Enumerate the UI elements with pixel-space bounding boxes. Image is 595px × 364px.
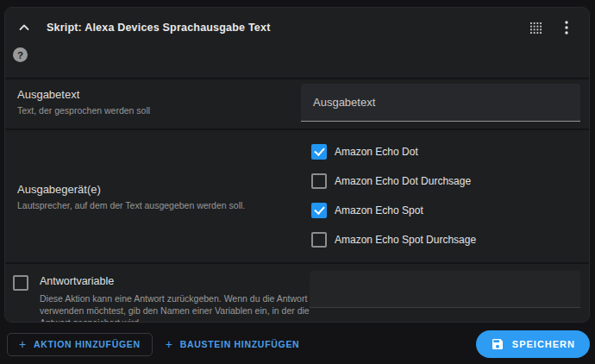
script-editor-screen: Skript: Alexa Devices Sprachausgabe Text [0, 0, 595, 364]
antwortvariable-field-wrap [310, 264, 580, 322]
save-button[interactable]: SPEICHERN [476, 330, 590, 358]
add-module-button[interactable]: + BAUSTEIN HINZUFÜGEN [155, 333, 310, 356]
drag-grid-button[interactable] [525, 17, 546, 38]
device-option-echo-spot-durchsage[interactable]: Amazon Echo Spot Durchsage [311, 232, 580, 248]
device-option-echo-spot[interactable]: Amazon Echo Spot [311, 203, 580, 218]
row-ausgabetext: Ausgabetext Text, der gesprochen werden … [5, 78, 589, 129]
checkbox-label: Amazon Echo Spot [335, 204, 423, 217]
ausgabetext-textfield [301, 84, 580, 122]
device-option-echo-dot[interactable]: Amazon Echo Dot [311, 144, 580, 160]
checkbox-label: Amazon Echo Spot Durchsage [335, 234, 476, 246]
add-action-label: AKTION HINZUFÜGEN [34, 339, 141, 349]
header-icons [525, 17, 577, 38]
card-title: Skript: Alexa Devices Sprachausgabe Text [47, 22, 271, 34]
checkbox-label: Amazon Echo Dot Durchsage [335, 175, 471, 187]
add-module-label: BAUSTEIN HINZUFÜGEN [180, 339, 300, 349]
checkbox-label: Amazon Echo Dot [335, 146, 418, 158]
chevron-up-icon [18, 22, 30, 34]
script-card: Skript: Alexa Devices Sprachausgabe Text [4, 7, 590, 323]
save-floppy-icon [491, 337, 504, 351]
plus-icon: + [166, 337, 173, 351]
add-action-button[interactable]: + AKTION HINZUFÜGEN [7, 333, 153, 356]
ausgabetext-description: Text, der gesprochen werden soll [17, 105, 301, 116]
footer-actions: + AKTION HINZUFÜGEN + BAUSTEIN HINZUFÜGE… [7, 330, 590, 358]
checkbox-echo-dot[interactable] [311, 144, 327, 160]
ausgabetext-label: Ausgabetext [17, 88, 301, 101]
drag-grid-icon [530, 22, 542, 34]
plus-icon: + [19, 337, 27, 351]
row-antwortvariable: Antwortvariable Diese Aktion kann eine A… [5, 262, 589, 322]
checkbox-antwortvariable[interactable] [13, 275, 28, 291]
antwortvariable-texts: Antwortvariable Diese Aktion kann eine A… [40, 275, 310, 322]
collapse-button[interactable] [14, 17, 34, 38]
ausgabetext-labels: Ausgabetext Text, der gesprochen werden … [5, 79, 301, 129]
kebab-menu-icon [565, 21, 568, 35]
card-header: Skript: Alexa Devices Sprachausgabe Text [5, 8, 589, 39]
ausgabetext-field-wrap [301, 79, 580, 129]
overflow-menu-button[interactable] [556, 17, 577, 38]
row-ausgabegeraete: Ausgabegerät(e) Lautsprecher, auf dem de… [5, 129, 589, 262]
ausgabegeraete-labels: Ausgabegerät(e) Lautsprecher, auf dem de… [5, 130, 301, 262]
antwortvariable-input-disabled [310, 271, 580, 308]
ausgabetext-input[interactable] [301, 84, 580, 121]
save-label: SPEICHERN [512, 339, 575, 349]
antwortvariable-description: Diese Aktion kann eine Antwort zurückgeb… [40, 292, 310, 323]
checkbox-echo-spot[interactable] [311, 203, 327, 218]
ausgabegeraete-label: Ausgabegerät(e) [17, 183, 301, 196]
device-option-echo-dot-durchsage[interactable]: Amazon Echo Dot Durchsage [311, 173, 580, 189]
device-checkbox-list: Amazon Echo Dot Amazon Echo Dot Durchsag… [301, 130, 580, 262]
antwortvariable-left: Antwortvariable Diese Aktion kann eine A… [5, 264, 310, 322]
checkbox-echo-spot-durchsage[interactable] [311, 232, 327, 248]
help-icon[interactable]: ? [13, 47, 28, 62]
ausgabegeraete-description: Lautsprecher, auf dem der Text ausgegebe… [17, 200, 301, 210]
help-row: ? [5, 39, 589, 78]
antwortvariable-label: Antwortvariable [40, 275, 310, 287]
checkbox-echo-dot-durchsage[interactable] [311, 173, 327, 189]
